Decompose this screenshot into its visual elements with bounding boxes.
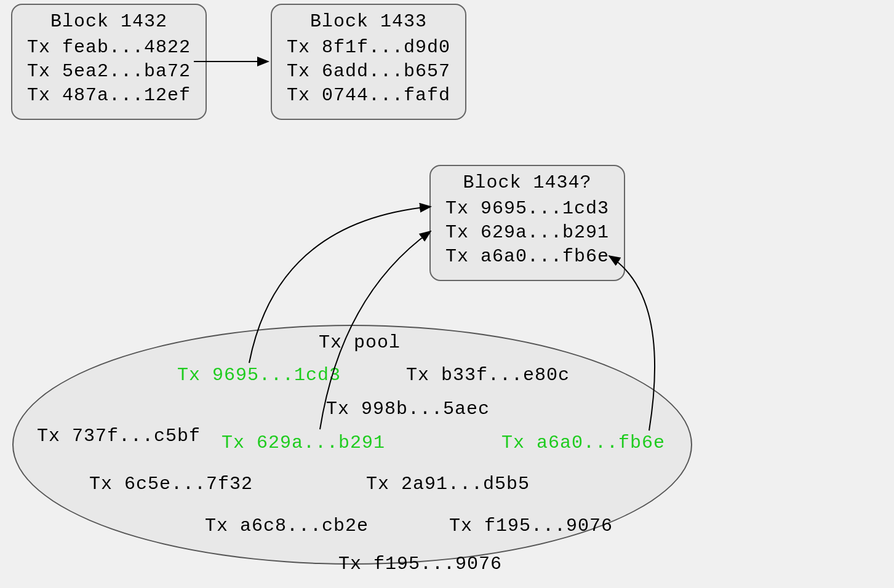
pool-tx-998b: Tx 998b...5aec xyxy=(326,399,490,419)
pool-tx-6c5e: Tx 6c5e...7f32 xyxy=(89,474,253,495)
pool-tx-629a: Tx 629a...b291 xyxy=(222,432,385,453)
block-1434-tx-0: Tx 9695...1cd3 xyxy=(445,197,609,221)
block-1432: Block 1432 Tx feab...4822 Tx 5ea2...ba72… xyxy=(11,4,207,120)
pool-tx-a6c8: Tx a6c8...cb2e xyxy=(205,515,369,536)
block-1434-tx-1: Tx 629a...b291 xyxy=(445,221,609,245)
block-1434-title: Block 1434? xyxy=(445,172,609,193)
block-1434: Block 1434? Tx 9695...1cd3 Tx 629a...b29… xyxy=(429,165,625,281)
block-1432-title: Block 1432 xyxy=(27,11,191,32)
pool-tx-9695: Tx 9695...1cd3 xyxy=(177,365,341,386)
block-1433-tx-2: Tx 0744...fafd xyxy=(287,84,450,108)
pool-tx-b33f: Tx b33f...e80c xyxy=(406,365,570,386)
block-1433-tx-0: Tx 8f1f...d9d0 xyxy=(287,36,450,60)
pool-tx-a6a0: Tx a6a0...fb6e xyxy=(501,432,665,453)
block-1433: Block 1433 Tx 8f1f...d9d0 Tx 6add...b657… xyxy=(271,4,466,120)
block-1433-tx-1: Tx 6add...b657 xyxy=(287,60,450,84)
block-1432-tx-1: Tx 5ea2...ba72 xyxy=(27,60,191,84)
block-1434-tx-2: Tx a6a0...fb6e xyxy=(445,245,609,269)
pool-tx-f195-b: Tx f195...9076 xyxy=(338,554,502,574)
block-1433-title: Block 1433 xyxy=(287,11,450,32)
pool-tx-f195-a: Tx f195...9076 xyxy=(449,515,613,536)
pool-tx-737f: Tx 737f...c5bf xyxy=(37,426,201,447)
block-1432-tx-2: Tx 487a...12ef xyxy=(27,84,191,108)
block-1432-tx-0: Tx feab...4822 xyxy=(27,36,191,60)
tx-pool-label: Tx pool xyxy=(319,332,401,353)
pool-tx-2a91: Tx 2a91...d5b5 xyxy=(366,474,530,495)
